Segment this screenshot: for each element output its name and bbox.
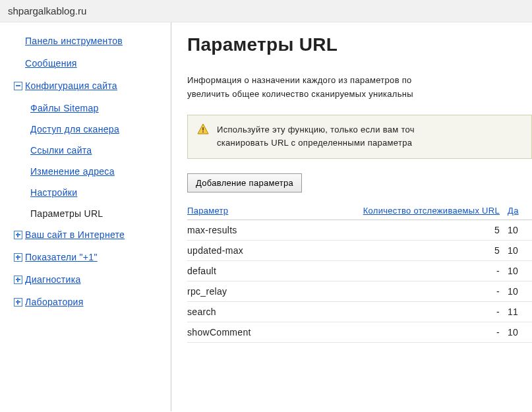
warning-line-1: Используйте эту функцию, только если вам… (217, 125, 415, 134)
sidebar-link[interactable]: Изменение адреса (30, 166, 115, 177)
sidebar-link[interactable]: Доступ для сканера (30, 124, 119, 134)
sidebar-sub-address-change[interactable]: Изменение адреса (30, 166, 164, 177)
sidebar-sub-settings[interactable]: Настройки (30, 187, 164, 198)
sidebar-link[interactable]: Ваш сайт в Интернете (25, 229, 125, 240)
layout: Панель инструментов Сообщения Конфигурац… (0, 22, 532, 411)
cell-date: 10 (508, 322, 532, 343)
expand-icon[interactable] (12, 298, 24, 307)
table-row: updated-max 5 10 (187, 241, 532, 261)
cell-date: 10 (508, 281, 532, 302)
expand-icon[interactable] (12, 276, 24, 284)
sidebar-item-plus-one[interactable]: Показатели "+1" (12, 252, 164, 262)
expand-icon[interactable] (12, 253, 24, 262)
warning-line-2: сканировать URL с определенными параметр… (217, 138, 412, 148)
table-body: max-results 5 10 updated-max 5 10 defaul… (187, 220, 532, 343)
table-header-row: Параметр Количество отслеживаемых URL Да (187, 202, 532, 220)
sidebar-link[interactable]: Сообщения (25, 58, 77, 69)
sidebar-link[interactable]: Панель инструментов (25, 36, 123, 46)
sidebar-item-site-web[interactable]: Ваш сайт в Интернете (12, 229, 164, 240)
col-date[interactable]: Да (508, 202, 532, 220)
cell-count: 5 (291, 241, 508, 261)
add-parameter-button[interactable]: Добавление параметра (187, 173, 302, 192)
sidebar-item-site-config[interactable]: Конфигурация сайта (12, 80, 164, 91)
page-title: Параметры URL (187, 34, 532, 55)
sidebar-item-dashboard[interactable]: Панель инструментов (12, 36, 164, 46)
main-content: Параметры URL Информация о назначении ка… (171, 22, 532, 411)
sidebar-link[interactable]: Ссылки сайта (30, 145, 92, 156)
warning-text: Используйте эту функцию, только если вам… (217, 123, 415, 151)
svg-rect-2 (202, 131, 204, 132)
cell-date: 10 (508, 241, 532, 261)
sidebar-item-labs[interactable]: Лаборатория (12, 297, 164, 307)
warning-icon (197, 123, 209, 151)
sidebar-link[interactable]: Лаборатория (25, 297, 84, 307)
sidebar-sub-url-params: Параметры URL (30, 208, 164, 219)
cell-count: - (291, 322, 508, 343)
intro-text: Информация о назначении каждого из парам… (187, 74, 532, 102)
table-row: search - 11 (187, 302, 532, 322)
cell-count: - (291, 302, 508, 322)
sidebar-link[interactable]: Файлы Sitemap (30, 103, 99, 113)
header-bar: shpargalkablog.ru (0, 0, 532, 22)
intro-line-2: увеличить общее количество сканируемых у… (187, 89, 413, 99)
sidebar-link[interactable]: Диагностика (25, 274, 80, 285)
parameters-table: Параметр Количество отслеживаемых URL Да… (187, 202, 532, 343)
cell-date: 11 (508, 302, 532, 322)
cell-param: search (187, 302, 291, 322)
col-count-link[interactable]: Количество отслеживаемых URL (363, 206, 500, 216)
table-row: max-results 5 10 (187, 220, 532, 241)
intro-line-1: Информация о назначении каждого из парам… (187, 75, 412, 85)
sidebar: Панель инструментов Сообщения Конфигурац… (0, 22, 171, 411)
sidebar-item-diagnostics[interactable]: Диагностика (12, 274, 164, 285)
sidebar-sub-sitelinks[interactable]: Ссылки сайта (30, 145, 164, 156)
cell-date: 10 (508, 220, 532, 241)
sidebar-link[interactable]: Конфигурация сайта (25, 80, 117, 91)
sidebar-sub-crawler[interactable]: Доступ для сканера (30, 124, 164, 134)
cell-date: 10 (508, 261, 532, 281)
sidebar-link[interactable]: Показатели "+1" (25, 252, 98, 262)
sidebar-sub-sitemap[interactable]: Файлы Sitemap (30, 103, 164, 113)
table-row: rpc_relay - 10 (187, 281, 532, 302)
expand-icon[interactable] (12, 231, 24, 239)
cell-param: default (187, 261, 291, 281)
collapse-icon[interactable] (12, 82, 24, 90)
table-row: showComment - 10 (187, 322, 532, 343)
cell-count: - (291, 281, 508, 302)
table-row: default - 10 (187, 261, 532, 281)
sidebar-item-messages[interactable]: Сообщения (12, 58, 164, 69)
svg-rect-1 (202, 127, 204, 131)
warning-notice: Используйте эту функцию, только если вам… (187, 115, 532, 160)
cell-param: max-results (187, 220, 291, 241)
col-param[interactable]: Параметр (187, 202, 291, 220)
site-domain: shpargalkablog.ru (8, 5, 86, 16)
col-param-link[interactable]: Параметр (187, 206, 228, 216)
sidebar-active-label: Параметры URL (30, 208, 103, 219)
col-count[interactable]: Количество отслеживаемых URL (291, 202, 508, 220)
cell-count: 5 (291, 220, 508, 241)
col-date-link[interactable]: Да (508, 206, 519, 216)
sidebar-link[interactable]: Настройки (30, 187, 77, 198)
cell-param: updated-max (187, 241, 291, 261)
sidebar-submenu: Файлы Sitemap Доступ для сканера Ссылки … (30, 103, 164, 219)
cell-param: rpc_relay (187, 281, 291, 302)
cell-param: showComment (187, 322, 291, 343)
cell-count: - (291, 261, 508, 281)
